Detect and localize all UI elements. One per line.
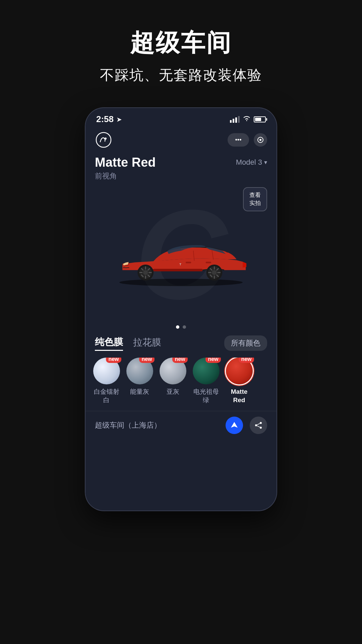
- battery-fill: [255, 118, 261, 121]
- pagination: [85, 322, 277, 335]
- svg-rect-31: [153, 269, 202, 271]
- swatch-label: 白金镭射白: [94, 388, 119, 404]
- new-badge: new: [205, 358, 221, 363]
- new-badge: new: [106, 358, 121, 363]
- swatch-white-pearl[interactable]: new 白金镭射白: [92, 358, 121, 404]
- wifi-icon: [243, 115, 250, 123]
- new-badge: new: [239, 358, 254, 363]
- swatch-label: 能量灰: [130, 388, 149, 396]
- chevron-down-icon: ▾: [264, 159, 267, 166]
- car-angle: 前视角: [95, 171, 156, 181]
- tab-solid-film[interactable]: 纯色膜: [95, 336, 123, 351]
- record-button[interactable]: [254, 133, 267, 147]
- share-button[interactable]: [250, 417, 267, 434]
- car-display: C 查看实拍: [85, 181, 277, 322]
- svg-point-35: [260, 427, 262, 429]
- swatch-ball-wrapper: new: [93, 358, 120, 384]
- more-button[interactable]: •••: [228, 133, 249, 147]
- svg-rect-7: [186, 262, 191, 263]
- swatch-matte-red[interactable]: new MatteRed: [225, 358, 253, 404]
- svg-point-22: [212, 270, 217, 275]
- real-shot-label: 查看实拍: [249, 191, 261, 207]
- new-badge: new: [172, 358, 187, 363]
- color-swatches: new 白金镭射白 new 能量灰 new 亚灰 new: [85, 358, 277, 411]
- new-badge: new: [139, 358, 154, 363]
- phone-frame: 2:58 ➤: [85, 108, 277, 511]
- dot-1: [176, 325, 179, 329]
- car-info: Matte Red 前视角 Model 3 ▾: [85, 152, 277, 181]
- bottom-bar: 超级车间（上海店）: [85, 411, 277, 443]
- model-name: Model 3: [236, 158, 262, 167]
- swatch-ball-wrapper: new: [126, 358, 153, 384]
- page-header: 超级车间 不踩坑、无套路改装体验: [0, 0, 362, 98]
- shop-name: 超级车间（上海店）: [95, 420, 161, 430]
- svg-point-3: [259, 139, 261, 141]
- svg-line-37: [257, 426, 260, 427]
- svg-point-4: [119, 279, 243, 286]
- location-icon: ➤: [116, 115, 122, 123]
- header-actions: •••: [228, 133, 267, 147]
- app-logo[interactable]: [95, 131, 112, 149]
- svg-line-36: [257, 424, 260, 425]
- status-bar: 2:58 ➤: [85, 108, 277, 128]
- real-shot-button[interactable]: 查看实拍: [243, 187, 267, 211]
- swatch-electric-green[interactable]: new 电光祖母绿: [192, 358, 220, 404]
- status-right: [230, 115, 266, 123]
- page-subtitle: 不踩坑、无套路改装体验: [13, 66, 349, 85]
- film-tabs: 纯色膜 拉花膜 所有颜色: [85, 335, 277, 351]
- swatch-energy-grey[interactable]: new 能量灰: [125, 358, 154, 404]
- swatch-label: 亚灰: [167, 388, 179, 396]
- navigation-button[interactable]: [226, 417, 243, 434]
- svg-text:T: T: [179, 263, 181, 266]
- app-header: •••: [85, 128, 277, 152]
- tab-pattern-film[interactable]: 拉花膜: [133, 336, 161, 350]
- page-title: 超级车间: [13, 27, 349, 59]
- swatch-label: MatteRed: [231, 388, 248, 404]
- model-selector[interactable]: Model 3 ▾: [236, 155, 267, 167]
- dot-2: [183, 325, 186, 329]
- swatch-ball-wrapper: new: [160, 358, 186, 384]
- all-colors-button[interactable]: 所有颜色: [224, 335, 267, 351]
- swatch-label: 电光祖母绿: [193, 388, 219, 404]
- car-name: Matte Red: [95, 155, 156, 170]
- svg-point-34: [255, 424, 257, 426]
- svg-rect-8: [206, 262, 212, 263]
- signal-bar-2: [233, 119, 234, 123]
- svg-point-11: [143, 270, 148, 275]
- bottom-icons: [226, 417, 267, 434]
- signal-bar-4: [238, 116, 240, 123]
- status-left: 2:58 ➤: [96, 114, 122, 124]
- signal-bar-3: [235, 117, 237, 123]
- swatch-ball-wrapper: new: [226, 358, 253, 384]
- signal-bar-1: [230, 120, 232, 123]
- svg-point-0: [96, 132, 111, 147]
- svg-point-1: [105, 138, 107, 140]
- signal-bars: [230, 116, 240, 123]
- svg-point-33: [260, 422, 262, 424]
- status-time: 2:58: [96, 114, 114, 124]
- car-details: Matte Red 前视角: [95, 155, 156, 181]
- battery-icon: [254, 116, 266, 122]
- car-image: T: [95, 215, 267, 288]
- swatch-sub-grey[interactable]: new 亚灰: [159, 358, 187, 404]
- swatch-ball-wrapper: new: [193, 358, 220, 384]
